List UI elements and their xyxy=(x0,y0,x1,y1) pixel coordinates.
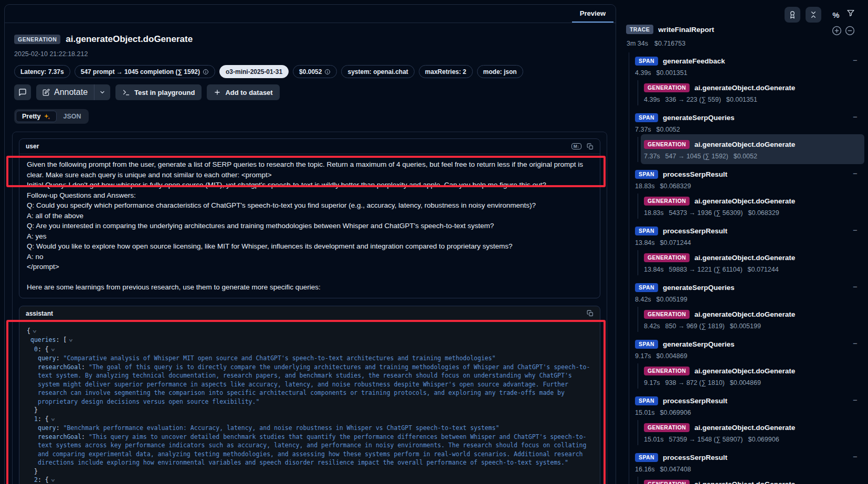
minus-circle-icon xyxy=(845,26,855,36)
user-message-card: user M↓ Given the following prompt from … xyxy=(19,138,600,298)
tab-preview[interactable]: Preview xyxy=(572,5,613,23)
code-line: researchGoal: "This query aims to uncove… xyxy=(27,433,592,467)
collapse-all-button[interactable] xyxy=(806,7,821,23)
comment-button[interactable] xyxy=(14,84,31,100)
annotate-button[interactable]: Annotate xyxy=(36,84,94,100)
span-row[interactable]: SPANgenerateSerpQueries xyxy=(635,338,735,350)
app-canvas: Preview GENERATION ai.generateObject.doG… xyxy=(0,0,868,484)
page-title: ai.generateObject.doGenerate xyxy=(66,34,193,45)
code-line: 1: {> xyxy=(27,415,592,424)
span-meta: 7.37s$0.0052 xyxy=(635,126,680,133)
trace-meta: 3m 34s $0.716753 xyxy=(627,40,685,47)
generation-name: ai.generateObject.doGenerate xyxy=(694,141,795,148)
span-name: generateSerpQueries xyxy=(663,284,735,292)
message-line: A: no xyxy=(27,252,592,262)
collapse-row-button[interactable]: − xyxy=(853,56,858,64)
collapse-row-button[interactable]: − xyxy=(853,452,858,461)
annotation-queue-button[interactable] xyxy=(785,7,800,23)
collapse-row-button[interactable]: − xyxy=(853,112,858,121)
info-icon[interactable] xyxy=(324,69,331,75)
generation-row[interactable]: GENERATIONai.generateObject.doGenerate xyxy=(644,195,795,207)
copy-icon[interactable] xyxy=(587,143,594,150)
code-line: queries: [> xyxy=(27,336,592,345)
metric-chip: mode: json xyxy=(477,65,523,78)
trace-tree-group: SPANprocessSerpResult−13.84s$0.071244GEN… xyxy=(624,224,868,281)
generation-name: ai.generateObject.doGenerate xyxy=(694,310,795,318)
span-row[interactable]: SPANprocessSerpResult xyxy=(635,224,727,237)
generation-meta: 13.84s59883 → 1221 (∑ 61104)$0.071244 xyxy=(644,266,779,273)
span-cost: $0.069906 xyxy=(660,409,691,416)
pretty-label: Pretty xyxy=(22,113,40,120)
generation-row[interactable]: GENERATIONai.generateObject.doGenerate xyxy=(644,251,795,264)
child-indent-guide xyxy=(638,193,638,219)
generation-row[interactable]: GENERATIONai.generateObject.doGenerate xyxy=(644,364,795,377)
span-badge: SPAN xyxy=(635,113,658,122)
collapse-row-button[interactable]: − xyxy=(853,225,858,234)
generation-meta: 18.83s54373 → 1936 (∑ 56309)$0.068329 xyxy=(644,209,779,217)
collapse-chevron-icon[interactable]: > xyxy=(65,339,78,342)
span-row[interactable]: SPANprocessSerpResult xyxy=(635,451,727,464)
trace-root-row[interactable]: TRACE writeFinalReport xyxy=(626,25,714,34)
annotate-dropdown-button[interactable] xyxy=(94,84,110,100)
span-row[interactable]: SPANprocessSerpResult xyxy=(635,168,727,180)
code-line: 0: {> xyxy=(27,345,592,354)
json-key: 0 xyxy=(34,346,38,353)
json-string: "This query aims to uncover detailed ben… xyxy=(38,433,590,467)
metric-label: Latency: 7.37s xyxy=(20,68,64,76)
zoom-out-button[interactable] xyxy=(845,26,855,36)
collapse-chevron-icon[interactable]: > xyxy=(47,348,60,351)
metric-chip: 547 prompt → 1045 completion (∑ 1592) xyxy=(75,65,215,78)
markdown-toggle-icon[interactable]: M↓ xyxy=(571,143,581,150)
zoom-in-button[interactable] xyxy=(832,26,842,36)
collapse-row-button[interactable]: − xyxy=(853,395,858,404)
user-role-label: user xyxy=(26,143,39,150)
json-punct: : xyxy=(56,354,63,362)
generation-duration: 9.17s xyxy=(644,379,660,386)
span-cost: $0.001351 xyxy=(657,69,687,77)
collapse-row-button[interactable]: − xyxy=(853,169,858,178)
collapse-row-button[interactable]: − xyxy=(853,339,858,348)
message-line: Q: Would you like to explore how open so… xyxy=(27,241,592,252)
collapse-chevron-icon[interactable]: > xyxy=(47,479,60,482)
pen-square-icon xyxy=(43,89,50,96)
json-string: "Comparative analysis of Whisper MIT ope… xyxy=(63,354,495,362)
info-icon[interactable] xyxy=(203,69,209,75)
generation-row[interactable]: GENERATIONai.generateObject.doGenerate xyxy=(644,138,795,150)
generation-duration: 15.01s xyxy=(644,436,664,443)
toggle-pretty[interactable]: Pretty xyxy=(16,111,57,122)
generation-duration: 4.39s xyxy=(644,96,660,103)
generation-duration: 18.83s xyxy=(644,209,664,217)
test-in-playground-button[interactable]: Test in playground xyxy=(115,84,202,100)
collapse-chevron-icon[interactable]: > xyxy=(28,330,41,332)
json-key: queries xyxy=(30,336,56,343)
trace-duration: 3m 34s xyxy=(627,40,648,47)
metric-chip: $0.0052 xyxy=(293,65,337,78)
add-to-dataset-button[interactable]: Add to dataset xyxy=(207,84,279,100)
generation-row[interactable]: GENERATIONai.generateObject.doGenerate xyxy=(644,308,795,320)
filter-button[interactable] xyxy=(846,9,855,17)
generation-badge: GENERATION xyxy=(644,367,690,375)
span-duration: 7.37s xyxy=(635,126,651,133)
collapse-row-button[interactable]: − xyxy=(853,282,858,291)
collapse-chevron-icon[interactable]: > xyxy=(47,418,60,421)
span-duration: 13.84s xyxy=(635,239,655,246)
span-cost: $0.0052 xyxy=(657,126,680,133)
generation-cost: $0.069906 xyxy=(748,436,779,443)
span-row[interactable]: SPANprocessSerpResult xyxy=(635,394,727,407)
generation-name: ai.generateObject.doGenerate xyxy=(694,367,795,375)
percent-metrics-button[interactable]: % xyxy=(830,8,842,21)
generation-row[interactable]: GENERATIONai.generateObject.doGenerate xyxy=(644,81,795,94)
span-row[interactable]: SPANgenerateSerpQueries xyxy=(635,111,735,124)
json-punct: } xyxy=(34,468,38,475)
json-key: 2 xyxy=(34,476,38,483)
toggle-json[interactable]: JSON xyxy=(57,111,87,122)
json-string: "The goal of this query is to directly c… xyxy=(38,363,590,405)
span-name: generateFeedback xyxy=(663,57,725,65)
plus-icon xyxy=(214,89,221,96)
span-row[interactable]: SPANgenerateFeedback xyxy=(635,55,725,67)
span-row[interactable]: SPANgenerateSerpQueries xyxy=(635,281,735,294)
generation-row[interactable]: GENERATIONai.generateObject.doGenerate xyxy=(644,478,795,484)
generation-row[interactable]: GENERATIONai.generateObject.doGenerate xyxy=(644,421,795,434)
generation-duration: 8.42s xyxy=(644,322,660,330)
copy-icon[interactable] xyxy=(587,310,594,317)
